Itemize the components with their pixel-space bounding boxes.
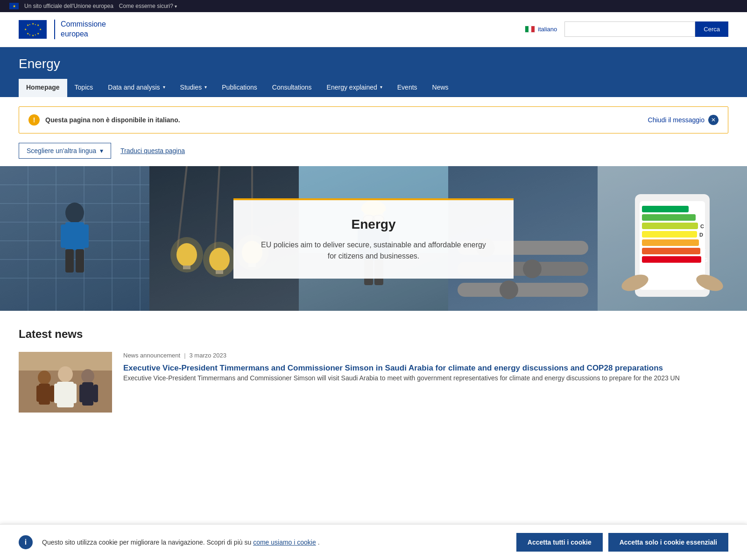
svg-rect-88: [71, 384, 77, 403]
hero-description: EU policies aim to deliver secure, susta…: [257, 239, 490, 262]
svg-text:★: ★: [24, 28, 27, 31]
chevron-down-icon: ▾: [175, 4, 177, 9]
alert-right: Chiudi il messaggio ✕: [648, 115, 719, 125]
hero-panel-1: [0, 166, 149, 311]
language-actions: Scegliere un'altra lingua ▾ Traduci ques…: [19, 143, 728, 159]
svg-rect-83: [36, 385, 41, 402]
nav-item-publications[interactable]: Publications: [214, 79, 265, 97]
svg-text:E: E: [701, 240, 705, 246]
svg-text:B: B: [698, 215, 702, 221]
search-button[interactable]: Cerca: [695, 21, 728, 37]
logo-text[interactable]: Commissione europea: [54, 20, 106, 39]
svg-text:A: A: [691, 207, 695, 212]
news-headline[interactable]: Executive Vice-President Timmermans and …: [123, 364, 663, 372]
svg-rect-31: [76, 249, 84, 273]
language-selector[interactable]: italiano: [525, 26, 557, 33]
svg-rect-87: [54, 384, 60, 403]
svg-text:★: ★: [37, 32, 39, 35]
alert-left: ! Questa pagina non è disponibile in ita…: [28, 114, 180, 126]
svg-rect-28: [61, 224, 68, 248]
svg-rect-69: [642, 256, 701, 263]
svg-rect-30: [65, 249, 74, 273]
svg-text:G: G: [704, 257, 708, 263]
svg-text:D: D: [699, 232, 703, 238]
nav-item-topics[interactable]: Topics: [67, 79, 101, 97]
svg-text:★: ★: [32, 22, 34, 25]
svg-rect-63: [642, 206, 689, 212]
language-alert-banner: ! Questa pagina non è disponibile in ita…: [19, 106, 728, 133]
svg-text:★: ★: [35, 23, 36, 26]
alert-message: Questa pagina non è disponibile in itali…: [45, 116, 180, 124]
svg-rect-68: [642, 248, 700, 254]
svg-rect-91: [79, 385, 84, 402]
svg-line-33: [215, 166, 219, 250]
svg-rect-67: [642, 239, 699, 246]
nav-item-consultations[interactable]: Consultations: [265, 79, 319, 97]
svg-point-26: [65, 203, 84, 223]
it-flag-icon: [525, 26, 535, 33]
svg-text:★: ★: [27, 32, 29, 35]
nav-item-data-and-analysis[interactable]: Data and analysis ▾: [100, 79, 172, 97]
news-meta: News announcement | 3 marzo 2023: [123, 352, 728, 359]
close-message-link[interactable]: Chiudi il messaggio: [648, 116, 705, 124]
logo-area: ★ ★ ★ ★ ★ ★ ★ ★ ★ ★ ★ ★ Commissione euro…: [19, 20, 106, 39]
eu-logo[interactable]: ★ ★ ★ ★ ★ ★ ★ ★ ★ ★ ★ ★: [19, 20, 47, 39]
site-header: ★ ★ ★ ★ ★ ★ ★ ★ ★ ★ ★ ★ Commissione euro…: [0, 12, 747, 47]
eu-flag-icon: ★: [9, 3, 19, 9]
security-link[interactable]: Come esserne sicuri? ▾: [119, 3, 177, 9]
hero-panel-5: A B C D E F G: [598, 166, 747, 311]
svg-point-81: [38, 371, 51, 385]
svg-text:★: ★: [35, 34, 36, 36]
warning-icon: !: [28, 114, 40, 126]
svg-rect-66: [642, 231, 697, 238]
svg-text:★: ★: [29, 23, 31, 26]
svg-rect-65: [642, 223, 698, 229]
chevron-down-icon: ▾: [100, 147, 103, 154]
nav-item-events[interactable]: Events: [390, 79, 425, 97]
main-nav: Homepage Topics Data and analysis ▾ Stud…: [19, 79, 728, 97]
news-date: 3 marzo 2023: [190, 352, 227, 359]
svg-text:★: ★: [32, 34, 34, 37]
svg-point-59: [523, 259, 542, 278]
news-content: News announcement | 3 marzo 2023 Executi…: [123, 352, 728, 413]
svg-rect-92: [93, 385, 98, 402]
nav-item-homepage[interactable]: Homepage: [19, 79, 67, 97]
language-label: italiano: [538, 26, 557, 33]
news-category: News announcement: [123, 352, 180, 359]
svg-rect-29: [82, 224, 89, 248]
svg-point-42: [203, 242, 236, 277]
svg-rect-57: [458, 283, 588, 297]
top-bar: ★ Un sito ufficiale dell'Unione europea …: [0, 0, 747, 12]
svg-text:★: ★: [39, 28, 42, 31]
nav-item-energy-explained[interactable]: Energy explained ▾: [319, 79, 390, 97]
blue-nav-section: Energy Homepage Topics Data and analysis…: [0, 47, 747, 97]
news-thumbnail: [19, 352, 112, 413]
meta-separator: |: [184, 352, 185, 359]
svg-text:★: ★: [37, 24, 39, 27]
svg-text:★: ★: [27, 24, 29, 27]
svg-text:★: ★: [29, 34, 31, 36]
news-item: News announcement | 3 marzo 2023 Executi…: [19, 352, 728, 413]
latest-news-section: Latest news: [0, 311, 747, 441]
news-description: Executive Vice-President Timmermans and …: [123, 373, 728, 383]
translate-page-link[interactable]: Traduci questa pagina: [120, 147, 185, 154]
chevron-down-icon: ▾: [204, 84, 207, 90]
svg-text:F: F: [703, 249, 706, 254]
nav-item-studies[interactable]: Studies ▾: [173, 79, 215, 97]
svg-text:★: ★: [13, 4, 16, 8]
svg-point-41: [170, 237, 203, 273]
nav-item-news[interactable]: News: [425, 79, 456, 97]
latest-news-title: Latest news: [19, 328, 728, 341]
close-button[interactable]: ✕: [708, 115, 719, 125]
search-area: Cerca: [564, 21, 728, 37]
search-input[interactable]: [564, 21, 695, 37]
svg-rect-84: [50, 385, 55, 402]
header-right: italiano Cerca: [525, 21, 728, 37]
hero-collage: Energy EU policies aim to deliver secure…: [0, 166, 747, 311]
svg-text:C: C: [700, 224, 704, 229]
svg-rect-27: [65, 222, 84, 250]
svg-point-85: [58, 366, 73, 382]
svg-point-89: [81, 369, 94, 383]
official-text: Un sito ufficiale dell'Unione europea: [24, 3, 113, 9]
choose-language-button[interactable]: Scegliere un'altra lingua ▾: [19, 143, 111, 159]
